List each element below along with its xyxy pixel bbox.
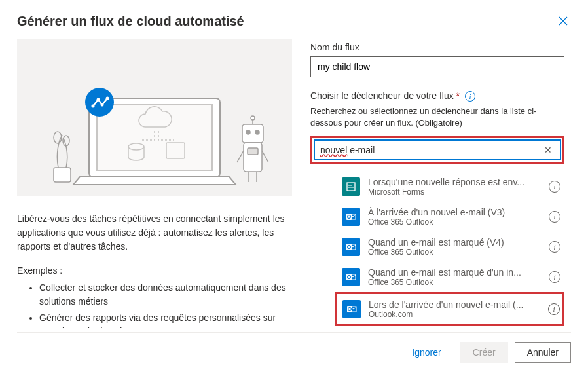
cancel-button[interactable]: Annuler xyxy=(515,342,571,363)
list-item: Collecter et stocker des données automat… xyxy=(39,281,292,308)
dialog-title: Générer un flux de cloud automatisé xyxy=(17,14,244,29)
info-icon[interactable]: i xyxy=(549,211,560,223)
ignore-button[interactable]: Ignorer xyxy=(399,342,453,363)
svg-line-20 xyxy=(262,151,268,162)
trigger-search-input[interactable]: nouvel e-mail ✕ xyxy=(314,140,561,160)
trigger-connector: Office 365 Outlook xyxy=(368,278,541,287)
svg-rect-12 xyxy=(242,124,263,143)
svg-point-14 xyxy=(255,130,259,134)
svg-point-16 xyxy=(251,116,255,120)
trigger-label-text: Choisir le déclencheur de votre flux xyxy=(310,90,454,101)
info-icon[interactable]: i xyxy=(549,181,560,193)
trigger-item-outlook[interactable]: À l'arrivée d'un nouvel e-mail (V3) Offi… xyxy=(340,202,564,232)
trigger-list: Lorsqu'une nouvelle réponse est env... M… xyxy=(310,172,564,326)
trigger-item-outlook[interactable]: Quand un e-mail est marqué (V4) Office 3… xyxy=(340,232,564,262)
trigger-section-label: Choisir le déclencheur de votre flux * i xyxy=(310,90,564,102)
svg-point-13 xyxy=(246,130,250,134)
svg-point-8 xyxy=(101,103,104,107)
flow-illustration xyxy=(17,39,292,196)
examples-label: Exemples : xyxy=(17,265,292,276)
outlook-icon xyxy=(342,208,360,226)
create-flow-dialog: Générer un flux de cloud automatisé xyxy=(0,0,588,372)
svg-rect-25 xyxy=(348,187,354,188)
examples-list: Collecter et stocker des données automat… xyxy=(17,281,292,328)
trigger-title: À l'arrivée d'un nouvel e-mail (V3) xyxy=(368,207,541,217)
flow-name-input[interactable] xyxy=(310,56,564,77)
outlook-icon xyxy=(342,300,361,318)
dialog-header: Générer un flux de cloud automatisé xyxy=(17,13,571,29)
clear-search-icon[interactable]: ✕ xyxy=(542,145,555,155)
outlook-icon xyxy=(342,268,360,286)
close-button[interactable] xyxy=(555,13,571,29)
outlook-icon xyxy=(342,238,360,256)
trigger-title: Lors de l'arrivée d'un nouvel e-mail (..… xyxy=(369,299,540,310)
svg-rect-0 xyxy=(54,168,71,182)
trigger-title: Quand un e-mail est marqué (V4) xyxy=(368,237,541,248)
forms-icon xyxy=(342,177,360,196)
dialog-body: Libérez-vous des tâches répétitives en c… xyxy=(17,39,571,328)
right-panel: Nom du flux Choisir le déclencheur de vo… xyxy=(310,39,571,328)
trigger-item-outlookcom-highlighted[interactable]: Lors de l'arrivée d'un nouvel e-mail (..… xyxy=(335,292,564,326)
trigger-title: Quand un e-mail est marqué d'un in... xyxy=(368,267,541,278)
left-panel: Libérez-vous des tâches répétitives en c… xyxy=(17,39,292,328)
trigger-connector: Office 365 Outlook xyxy=(368,217,541,227)
info-icon[interactable]: i xyxy=(549,271,560,283)
svg-rect-24 xyxy=(348,185,352,186)
left-description: Libérez-vous des tâches répétitives en c… xyxy=(17,212,292,253)
dialog-footer: Ignorer Créer Annuler xyxy=(17,332,571,372)
info-icon[interactable]: i xyxy=(549,241,560,253)
svg-point-7 xyxy=(97,98,100,102)
close-icon xyxy=(559,16,568,26)
required-asterisk: * xyxy=(456,90,460,101)
svg-rect-17 xyxy=(244,143,262,172)
trigger-title: Lorsqu'une nouvelle réponse est env... xyxy=(368,177,541,187)
create-button[interactable]: Créer xyxy=(460,342,508,363)
flow-name-label: Nom du flux xyxy=(310,42,564,52)
info-icon[interactable]: i xyxy=(465,91,475,102)
trigger-item-forms[interactable]: Lorsqu'une nouvelle réponse est env... M… xyxy=(340,172,564,202)
trigger-connector: Office 365 Outlook xyxy=(368,248,541,257)
trigger-hint: Recherchez ou sélectionnez un déclencheu… xyxy=(310,105,564,129)
svg-rect-18 xyxy=(248,148,258,155)
search-text: nouvel e-mail xyxy=(320,145,375,155)
list-item: Générer des rapports via des requêtes pe… xyxy=(39,311,292,328)
trigger-connector: Outlook.com xyxy=(369,310,540,319)
trigger-connector: Microsoft Forms xyxy=(368,187,541,196)
svg-point-9 xyxy=(106,97,109,100)
trigger-item-outlook[interactable]: Quand un e-mail est marqué d'un in... Of… xyxy=(340,262,564,292)
svg-line-19 xyxy=(237,151,244,162)
svg-rect-4 xyxy=(97,105,212,170)
info-icon[interactable]: i xyxy=(548,303,560,315)
search-highlight-box: nouvel e-mail ✕ xyxy=(310,136,564,164)
svg-point-2 xyxy=(63,136,69,146)
svg-point-6 xyxy=(92,105,95,108)
